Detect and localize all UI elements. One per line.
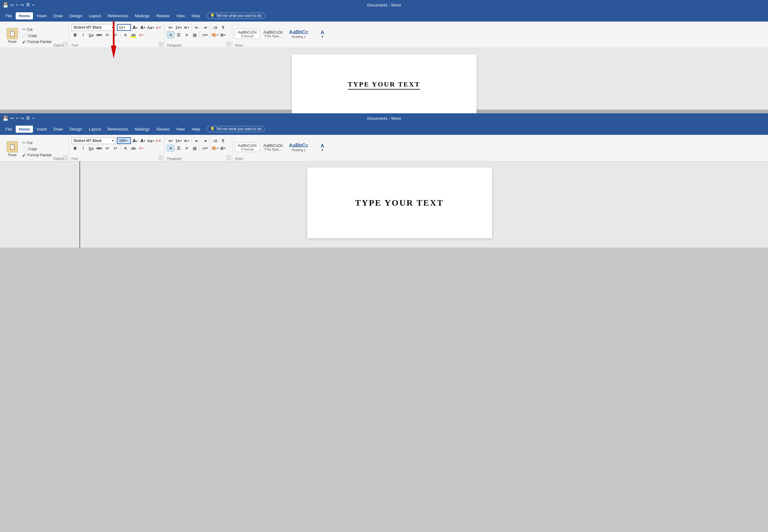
show-marks-btn-top[interactable]: ¶ — [219, 24, 227, 31]
font-expand-top[interactable]: ↗ — [159, 42, 163, 46]
align-right-btn-bottom[interactable]: ≡ — [183, 145, 190, 151]
font-size-dropdown-top[interactable]: ▼ — [123, 26, 126, 29]
style-nospace-btn-bottom[interactable]: AaBbCcDc ¶ No Spac... — [261, 142, 286, 152]
bullets-btn-top[interactable]: ≡▼ — [167, 24, 174, 31]
sort-btn-top[interactable]: ↕A — [211, 24, 219, 31]
multilevel-btn-bottom[interactable]: ≋▼ — [183, 137, 190, 144]
customize-qat-icon-bottom[interactable]: ▼ — [32, 117, 34, 120]
cut-button-bottom[interactable]: ✂ Cut — [21, 140, 53, 146]
paragraph-expand-top[interactable]: ↗ — [226, 42, 231, 46]
redo-icon[interactable]: ↪ — [20, 2, 24, 7]
change-case-btn-bottom[interactable]: Aa▼ — [147, 137, 154, 144]
custom-icon-bottom[interactable]: 🖹 — [26, 116, 30, 121]
menu-view-bottom[interactable]: View — [173, 126, 188, 133]
save-icon-bottom[interactable]: 💾 — [2, 115, 9, 121]
custom-icon[interactable]: 🖹 — [26, 2, 30, 7]
show-marks-btn-bottom[interactable]: ¶ — [219, 137, 227, 144]
undo-dropdown-icon-bottom[interactable]: ▼ — [16, 117, 18, 120]
decrease-indent-btn-bottom[interactable]: ⇤ — [193, 137, 200, 144]
menu-design-bottom[interactable]: Design — [67, 126, 85, 133]
menu-mailings[interactable]: Mailings — [132, 12, 153, 19]
undo-icon[interactable]: ↩ — [10, 2, 14, 7]
superscript-btn-top[interactable]: x2 — [111, 31, 119, 38]
numbering-btn-top[interactable]: 1≡▼ — [175, 24, 182, 31]
menu-references[interactable]: References — [104, 12, 131, 19]
change-case-btn-top[interactable]: Aa▼ — [147, 24, 154, 31]
style-heading1-btn-bottom[interactable]: AaBbCc Heading 1 — [286, 142, 311, 153]
sort-btn-bottom[interactable]: ↕A — [211, 137, 219, 144]
redo-icon-bottom[interactable]: ↪ — [20, 116, 24, 121]
menu-design[interactable]: Design — [67, 12, 85, 19]
bullets-btn-bottom[interactable]: ≡▼ — [167, 137, 174, 144]
highlight-color-btn-bottom[interactable]: ab — [130, 145, 137, 151]
save-icon[interactable]: 💾 — [2, 2, 9, 8]
increase-indent-btn-bottom[interactable]: ⇥ — [201, 137, 208, 144]
font-expand-bottom[interactable]: ↗ — [159, 155, 163, 160]
tell-me-box-bottom[interactable]: 💡 Tell me what you want to do — [207, 126, 265, 132]
line-spacing-btn-bottom[interactable]: ↕≡▼ — [201, 145, 208, 151]
italic-btn-bottom[interactable]: I — [79, 145, 87, 151]
decrease-indent-btn-top[interactable]: ⇤ — [193, 24, 200, 31]
clear-format-btn-bottom[interactable]: A✕ — [155, 137, 162, 144]
menu-help-bottom[interactable]: Help — [188, 126, 203, 133]
line-spacing-btn-top[interactable]: ↕≡▼ — [201, 31, 208, 38]
align-right-btn-top[interactable]: ≡ — [183, 31, 190, 38]
clear-format-btn-top[interactable]: A✕ — [155, 24, 162, 31]
undo-icon-bottom[interactable]: ↩ — [10, 116, 14, 121]
strikethrough-btn-bottom[interactable]: abc — [95, 145, 103, 151]
bold-btn-top[interactable]: B — [71, 31, 79, 38]
clipboard-expand-bottom[interactable]: ↗ — [63, 155, 67, 160]
decrease-font-btn-bottom[interactable]: A▼ — [139, 137, 146, 144]
increase-font-btn-top[interactable]: A▲ — [132, 24, 139, 31]
menu-layout-bottom[interactable]: Layout — [86, 126, 104, 133]
increase-font-btn-bottom[interactable]: A▲ — [132, 137, 139, 144]
format-painter-button-top[interactable]: 🖌 Format Painter — [21, 39, 53, 45]
menu-insert[interactable]: Insert — [34, 12, 50, 19]
menu-layout[interactable]: Layout — [86, 12, 104, 19]
menu-draw-bottom[interactable]: Draw — [51, 126, 66, 133]
menu-review[interactable]: Review — [153, 12, 173, 19]
style-more-btn-top[interactable]: A ▼ — [312, 29, 333, 39]
shading-btn-top[interactable]: 🎨▼ — [211, 31, 219, 38]
font-name-dropdown-top[interactable]: ▼ — [111, 26, 114, 29]
borders-btn-top[interactable]: ⊞▼ — [219, 31, 227, 38]
cut-button-top[interactable]: ✂ Cut — [21, 26, 53, 32]
multilevel-btn-top[interactable]: ≋▼ — [183, 24, 190, 31]
align-left-btn-top[interactable]: ≡ — [167, 31, 174, 38]
menu-file-bottom[interactable]: File — [2, 126, 15, 133]
text-color-btn-bottom[interactable]: A▼ — [138, 145, 145, 151]
menu-view[interactable]: View — [173, 12, 188, 19]
style-more-dropdown-top[interactable]: ▼ — [321, 35, 324, 38]
font-color-btn-top[interactable]: A — [122, 31, 129, 38]
font-size-input-bottom[interactable]: 100 ▼ — [117, 137, 131, 144]
format-painter-button-bottom[interactable]: 🖌 Format Painter — [21, 152, 53, 158]
copy-button-top[interactable]: 📄 Copy — [21, 33, 53, 38]
underline-btn-bottom[interactable]: U▼ — [87, 145, 95, 151]
superscript-btn-bottom[interactable]: x2 — [111, 145, 119, 151]
menu-home[interactable]: Home — [16, 12, 33, 19]
borders-btn-bottom[interactable]: ⊞▼ — [219, 145, 227, 151]
menu-file[interactable]: File — [2, 12, 15, 19]
decrease-font-btn-top[interactable]: A▼ — [139, 24, 146, 31]
justify-btn-bottom[interactable]: ▤ — [191, 145, 198, 151]
italic-btn-top[interactable]: I — [79, 31, 87, 38]
menu-mailings-bottom[interactable]: Mailings — [132, 126, 153, 133]
justify-btn-top[interactable]: ▤ — [191, 31, 198, 38]
bold-btn-bottom[interactable]: B — [71, 145, 79, 151]
font-name-dropdown-bottom[interactable]: ▼ — [111, 139, 114, 142]
style-nospace-btn-top[interactable]: AaBbCcDc ¶ No Spac... — [261, 29, 286, 39]
font-color-btn-bottom[interactable]: A — [122, 145, 129, 151]
underline-btn-top[interactable]: U▼ — [87, 31, 95, 38]
strikethrough-btn-top[interactable]: abc — [95, 31, 103, 38]
font-name-input-top[interactable]: Bodoni MT Black ▼ — [71, 24, 116, 31]
subscript-btn-bottom[interactable]: x2 — [103, 145, 111, 151]
font-size-input-top[interactable]: 11 ▼ — [117, 24, 131, 31]
menu-insert-bottom[interactable]: Insert — [34, 126, 50, 133]
style-normal-btn-bottom[interactable]: AaBbCcDc ¶ Normal — [235, 142, 260, 152]
align-center-btn-top[interactable]: ☰ — [175, 31, 182, 38]
font-size-dropdown-bottom[interactable]: ▼ — [125, 139, 127, 142]
style-heading1-btn-top[interactable]: AaBbCc Heading 1 — [286, 29, 311, 39]
align-center-btn-bottom[interactable]: ☰ — [175, 145, 182, 151]
font-name-input-bottom[interactable]: Bodoni MT Black ▼ — [71, 137, 116, 144]
tell-me-box[interactable]: 💡 Tell me what you want to do — [207, 13, 265, 19]
